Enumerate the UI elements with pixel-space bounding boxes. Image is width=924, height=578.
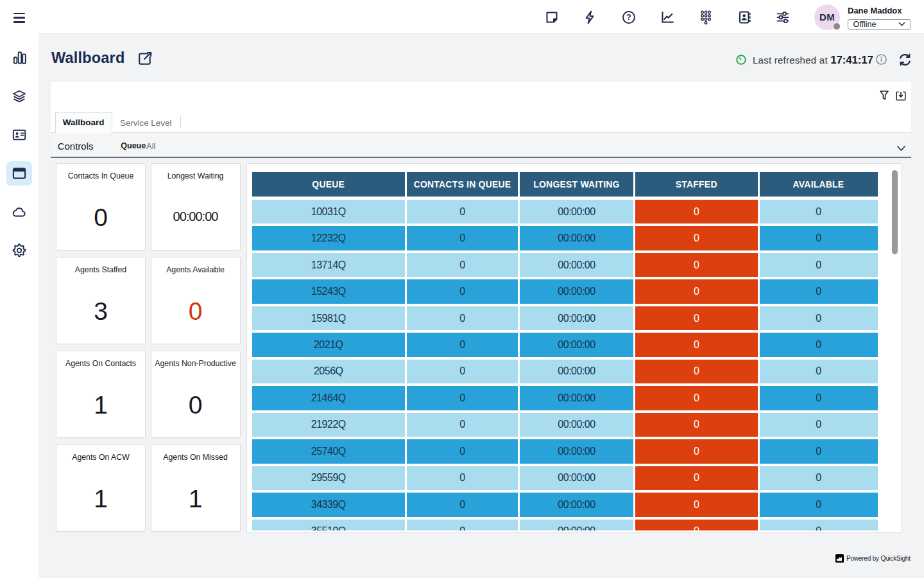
svg-text:?: ? — [626, 13, 631, 22]
